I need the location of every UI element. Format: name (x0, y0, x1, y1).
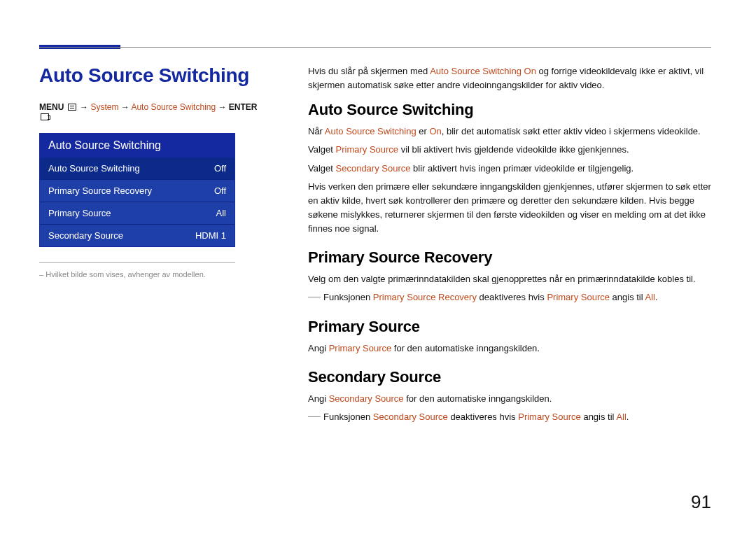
body-text: Hvis verken den primære eller sekundære … (308, 180, 711, 237)
menu-row-label: Secondary Source (48, 230, 123, 241)
breadcrumb-enter: ENTER (229, 102, 258, 112)
section-title-auto-source: Auto Source Switching (308, 101, 711, 119)
menu-row-secondary-source[interactable]: Secondary Source HDMI 1 (40, 224, 234, 246)
menu-row-value: Off (214, 185, 226, 196)
caption-rule (39, 262, 235, 263)
page-number: 91 (691, 491, 711, 513)
enter-icon (41, 113, 49, 120)
body-text: Velg om den valgte primærinndatakilden s… (308, 272, 711, 286)
note-text: Funksjonen Secondary Source deaktiveres … (308, 410, 711, 424)
breadcrumb-system: System (90, 102, 118, 112)
dash-icon (308, 297, 321, 297)
menu-row-primary-source[interactable]: Primary Source All (40, 202, 234, 224)
section-title-primary-source: Primary Source (308, 318, 711, 336)
section-title-primary-recovery: Primary Source Recovery (308, 248, 711, 267)
breadcrumb-auto: Auto Source Switching (131, 102, 216, 112)
menu-row-value: HDMI 1 (195, 230, 226, 241)
menu-panel-title: Auto Source Switching (40, 134, 234, 157)
menu-icon (68, 104, 76, 111)
body-text: Angi Primary Source for den automatiske … (308, 342, 711, 356)
header-rule (39, 47, 711, 48)
intro-paragraph: Hvis du slår på skjermen med Auto Source… (308, 64, 711, 92)
menu-row-value: All (216, 208, 226, 218)
menu-panel: Auto Source Switching Auto Source Switch… (39, 133, 235, 247)
menu-row-auto-source-switching[interactable]: Auto Source Switching Off (40, 157, 234, 179)
body-text: Valget Secondary Source blir aktivert hv… (308, 162, 711, 176)
menu-row-value: Off (214, 163, 226, 174)
menu-row-primary-source-recovery[interactable]: Primary Source Recovery Off (40, 179, 234, 202)
right-column: Hvis du slår på skjermen med Auto Source… (308, 64, 711, 428)
dash-icon (308, 416, 321, 417)
body-text: Valget Primary Source vil bli aktivert h… (308, 143, 711, 157)
page-title: Auto Source Switching (39, 64, 263, 87)
breadcrumb-menu: MENU (39, 102, 64, 112)
section-title-secondary-source: Secondary Source (308, 368, 711, 386)
model-caption: Hvilket bilde som vises, avhenger av mod… (39, 270, 263, 279)
note-text: Funksjonen Primary Source Recovery deakt… (308, 290, 711, 304)
left-column: Auto Source Switching MENU → System → Au… (39, 64, 263, 428)
body-text: Når Auto Source Switching er On, blir de… (308, 125, 711, 139)
menu-row-label: Primary Source Recovery (48, 185, 152, 196)
menu-row-label: Auto Source Switching (48, 163, 140, 174)
menu-row-label: Primary Source (48, 208, 111, 218)
breadcrumb: MENU → System → Auto Source Switching → … (39, 102, 263, 122)
body-text: Angi Secondary Source for den automatisk… (308, 392, 711, 406)
